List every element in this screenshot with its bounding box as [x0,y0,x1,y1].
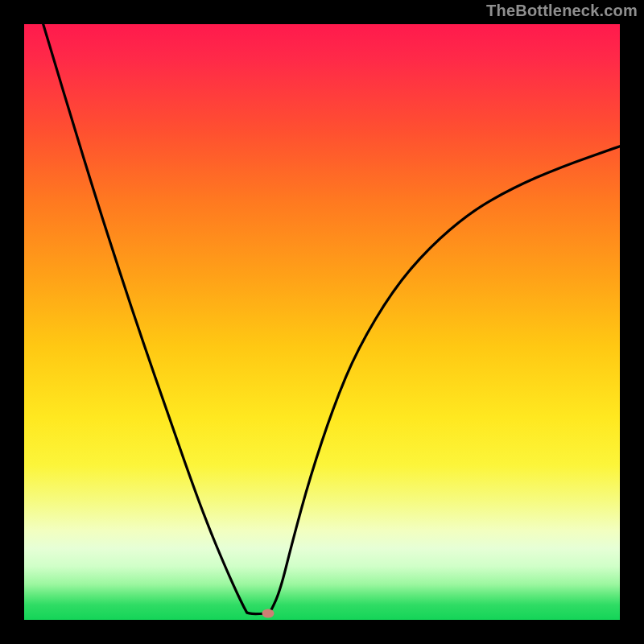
outer-frame: TheBottleneck.com [0,0,644,644]
optimal-point-marker [262,609,275,617]
plot-area [24,24,620,620]
curve-path [43,24,620,614]
bottleneck-curve [24,24,620,620]
watermark-text: TheBottleneck.com [486,2,638,20]
